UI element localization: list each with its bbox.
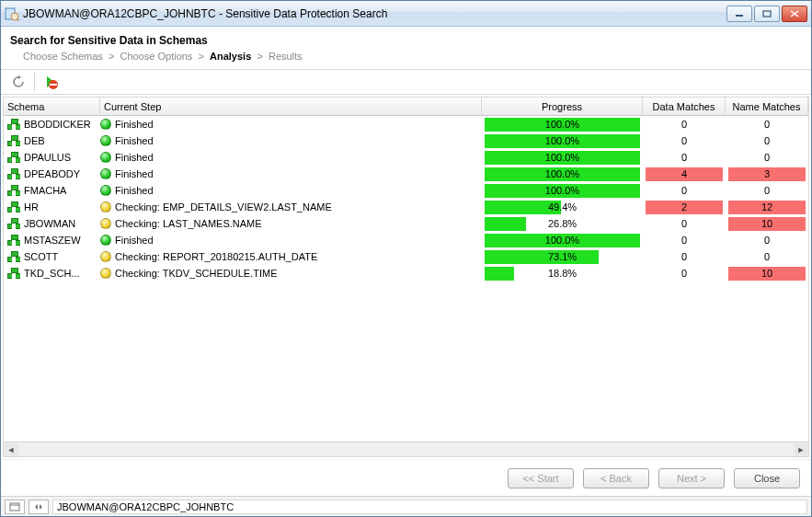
schema-name: TKD_SCH... xyxy=(24,268,80,279)
step-text: Finished xyxy=(115,235,154,246)
data-matches-cell: 0 xyxy=(646,151,723,165)
status-icon xyxy=(100,168,111,179)
next-button[interactable]: Next > xyxy=(658,468,725,488)
name-matches-cell: 10 xyxy=(728,267,806,281)
breadcrumb-item[interactable]: Choose Schemas xyxy=(23,51,103,62)
grid-header: Schema Current Step Progress Data Matche… xyxy=(4,98,808,116)
toolbar xyxy=(1,69,811,95)
breadcrumb-item[interactable]: Analysis xyxy=(210,51,251,62)
step-text: Checking: REPORT_20180215.AUTH_DATE xyxy=(115,251,317,262)
step-text: Finished xyxy=(115,168,154,179)
step-text: Finished xyxy=(115,119,154,130)
table-row[interactable]: DEB Finished 100.0% 0 0 xyxy=(4,132,808,149)
scroll-right-arrow[interactable]: ► xyxy=(794,443,808,456)
table-row[interactable]: MSTASZEW Finished 100.0% 0 0 xyxy=(4,232,808,248)
schema-icon xyxy=(7,218,20,229)
status-icon xyxy=(100,185,111,196)
minimize-button[interactable] xyxy=(726,6,752,22)
svg-rect-4 xyxy=(763,11,771,17)
status-icon xyxy=(100,268,111,279)
progress-bar: 100.0% xyxy=(485,184,640,198)
progress-text: 18.8% xyxy=(485,267,640,281)
status-icon xyxy=(100,152,111,163)
stop-button[interactable] xyxy=(40,72,61,92)
progress-text: 73.1% xyxy=(485,250,640,264)
name-matches-cell: 0 xyxy=(728,184,806,198)
status-nav-button-2[interactable] xyxy=(29,500,49,514)
data-matches-cell: 0 xyxy=(646,118,723,132)
data-matches-cell: 0 xyxy=(646,234,723,247)
table-row[interactable]: SCOTT Checking: REPORT_20180215.AUTH_DAT… xyxy=(4,248,808,265)
table-row[interactable]: TKD_SCH... Checking: TKDV_SCHEDULE.TIME … xyxy=(4,265,808,281)
schema-icon xyxy=(7,201,20,213)
table-row[interactable]: FMACHA Finished 100.0% 0 0 xyxy=(4,182,808,199)
column-schema[interactable]: Schema xyxy=(4,98,100,115)
progress-bar: 100.0% xyxy=(485,151,640,165)
table-row[interactable]: JBOWMAN Checking: LAST_NAMES.NAME 26.8% … xyxy=(4,215,808,232)
refresh-button[interactable] xyxy=(8,72,29,92)
column-step[interactable]: Current Step xyxy=(100,98,482,115)
progress-text: 100.0% xyxy=(485,184,640,198)
data-matches-cell: 4 xyxy=(646,167,723,181)
step-text: Checking: EMP_DETAILS_VIEW2.LAST_NAME xyxy=(115,201,332,213)
column-data-matches[interactable]: Data Matches xyxy=(643,98,726,115)
schema-name: MSTASZEW xyxy=(24,235,81,246)
schema-name: DPEABODY xyxy=(24,168,80,179)
column-name-matches[interactable]: Name Matches xyxy=(726,98,808,115)
step-text: Checking: LAST_NAMES.NAME xyxy=(115,218,262,229)
schema-icon xyxy=(7,119,20,130)
schema-icon xyxy=(7,251,20,262)
back-button[interactable]: < Back xyxy=(583,468,649,488)
name-matches-cell: 0 xyxy=(728,234,806,247)
data-matches-cell: 0 xyxy=(646,250,723,264)
schema-name: DEB xyxy=(24,135,45,146)
results-grid: Schema Current Step Progress Data Matche… xyxy=(3,97,809,457)
schema-icon xyxy=(7,185,20,196)
name-matches-cell: 0 xyxy=(728,134,806,148)
svg-rect-9 xyxy=(10,503,19,511)
horizontal-scrollbar[interactable]: ◄ ► xyxy=(4,442,808,456)
close-button[interactable] xyxy=(782,6,807,22)
name-matches-cell: 0 xyxy=(728,151,806,165)
schema-icon xyxy=(7,168,20,179)
column-progress[interactable]: Progress xyxy=(482,98,643,115)
schema-name: HR xyxy=(24,201,39,213)
window-controls xyxy=(726,6,807,22)
breadcrumb-item[interactable]: Choose Options xyxy=(120,51,192,62)
progress-bar: 49.4% xyxy=(485,201,640,214)
progress-text: 100.0% xyxy=(485,134,640,148)
data-matches-cell: 0 xyxy=(646,267,723,281)
schema-name: BBODDICKER xyxy=(24,119,91,130)
status-icon xyxy=(100,218,111,229)
scroll-left-arrow[interactable]: ◄ xyxy=(4,443,18,456)
step-text: Checking: TKDV_SCHEDULE.TIME xyxy=(115,268,277,279)
table-row[interactable]: DPAULUS Finished 100.0% 0 0 xyxy=(4,149,808,166)
progress-bar: 100.0% xyxy=(485,167,640,181)
titlebar: JBOWMAN@ORA12CBPC_JOHNBTC - Sensitive Da… xyxy=(1,1,811,27)
name-matches-cell: 0 xyxy=(728,118,806,132)
progress-bar: 100.0% xyxy=(485,234,640,247)
maximize-button[interactable] xyxy=(754,6,780,22)
progress-text: 100.0% xyxy=(485,234,640,247)
breadcrumb-item[interactable]: Results xyxy=(269,51,303,62)
status-icon xyxy=(100,119,111,130)
progress-text: 26.8% xyxy=(485,217,640,231)
progress-text: 49.4% xyxy=(485,201,640,214)
close-wizard-button[interactable]: Close xyxy=(734,468,800,488)
table-row[interactable]: BBODDICKER Finished 100.0% 0 0 xyxy=(4,116,808,132)
status-icon xyxy=(100,135,111,146)
name-matches-cell: 12 xyxy=(728,201,806,214)
name-matches-cell: 3 xyxy=(728,167,806,181)
svg-rect-8 xyxy=(50,84,57,86)
schema-name: DPAULUS xyxy=(24,152,71,163)
name-matches-cell: 10 xyxy=(728,217,806,231)
step-text: Finished xyxy=(115,185,154,196)
table-row[interactable]: DPEABODY Finished 100.0% 4 3 xyxy=(4,166,808,182)
table-row[interactable]: HR Checking: EMP_DETAILS_VIEW2.LAST_NAME… xyxy=(4,199,808,215)
data-matches-cell: 2 xyxy=(646,201,723,214)
schema-icon xyxy=(7,135,20,146)
progress-text: 100.0% xyxy=(485,118,640,132)
start-button[interactable]: << Start xyxy=(508,468,574,488)
schema-icon xyxy=(7,152,20,163)
status-nav-button-1[interactable] xyxy=(5,500,25,514)
